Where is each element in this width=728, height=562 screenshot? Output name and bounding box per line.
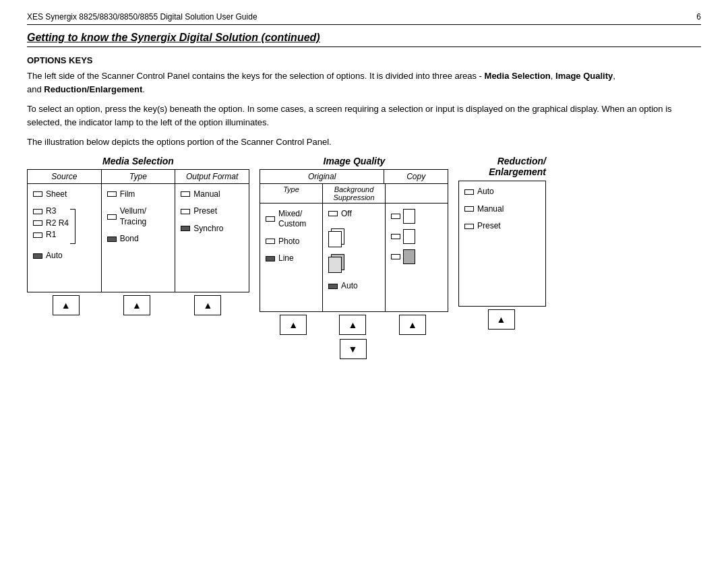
image-quality-section: Image Quality Original Copy Type Backgro… bbox=[260, 156, 448, 362]
line-indicator bbox=[266, 256, 275, 261]
para1-comma: , bbox=[551, 71, 555, 81]
iq-top-headers: Original Copy bbox=[260, 170, 448, 184]
ms-arrow-output-up[interactable]: ▲ bbox=[194, 295, 221, 315]
mixed-indicator bbox=[266, 216, 275, 222]
para1: The left side of the Scanner Control Pan… bbox=[27, 69, 701, 96]
re-preset-indicator bbox=[464, 224, 474, 229]
copy-doc-2 bbox=[403, 229, 415, 244]
doc-front-2 bbox=[328, 257, 342, 273]
photo-label: Photo bbox=[278, 237, 299, 247]
section-title: Getting to know the Synergix Digital Sol… bbox=[27, 32, 701, 47]
panel-illustration: Media Selection Source Type Output Forma… bbox=[27, 156, 701, 362]
type-bond: Bond bbox=[107, 234, 173, 245]
source-r1: R1 bbox=[33, 230, 69, 241]
vellum-indicator bbox=[107, 214, 117, 220]
r2-indicator bbox=[33, 220, 42, 226]
iq-sub-headers: Type BackgroundSuppression bbox=[260, 184, 448, 204]
type-photo: Photo bbox=[266, 237, 320, 247]
re-section: Reduction/ Enlargement Auto Manual Prese… bbox=[459, 156, 546, 333]
re-manual-indicator bbox=[464, 206, 474, 212]
iq-panel: Original Copy Type BackgroundSuppression… bbox=[260, 169, 448, 312]
iq-body: Mixed/Custom Photo Line Off bbox=[260, 204, 448, 311]
iq-arrow-type-up[interactable]: ▲ bbox=[280, 315, 307, 335]
sheet-label: Sheet bbox=[46, 189, 67, 200]
bond-label: Bond bbox=[120, 234, 139, 245]
film-label: Film bbox=[120, 189, 135, 200]
bond-indicator bbox=[107, 237, 117, 242]
photo-indicator bbox=[266, 239, 275, 244]
type-line: Line bbox=[266, 253, 320, 264]
ms-type-col: Film Vellum/Tracing Bond bbox=[102, 184, 176, 292]
re-auto-indicator bbox=[464, 189, 474, 195]
media-selection-label: Media Selection bbox=[27, 156, 249, 166]
iq-arrow-down[interactable]: ▼ bbox=[340, 339, 367, 359]
film-indicator bbox=[107, 191, 117, 197]
iq-copy-subheader bbox=[386, 184, 448, 203]
auto-indicator bbox=[33, 253, 42, 259]
para1-bold3: Reduction/Enlargement bbox=[44, 84, 142, 94]
re-panel: Auto Manual Preset bbox=[458, 181, 546, 307]
vellum-label: Vellum/Tracing bbox=[120, 206, 147, 227]
iq-arrows-bottom: ▼ bbox=[340, 338, 369, 362]
synchro-indicator bbox=[181, 226, 190, 231]
r2-r4-label: R2 R4 bbox=[46, 218, 69, 229]
re-label1: Reduction/ bbox=[497, 156, 546, 166]
bg-off-indicator bbox=[328, 211, 338, 216]
doc-stack-2 bbox=[328, 254, 347, 274]
header-title: XES Synergix 8825/8830/8850/8855 Digital… bbox=[27, 12, 257, 22]
iq-arrows-top: ▲ ▲ ▲ bbox=[260, 312, 448, 338]
source-r3: R3 bbox=[33, 206, 69, 217]
doc-front-1 bbox=[328, 231, 342, 247]
re-preset-label: Preset bbox=[477, 221, 501, 232]
r-items: R3 R2 R4 R1 bbox=[33, 206, 69, 241]
re-manual-label: Manual bbox=[477, 204, 504, 215]
type-vellum: Vellum/Tracing bbox=[107, 206, 173, 227]
re-arrows: ▲ bbox=[459, 307, 546, 332]
para2: To select an option, press the key(s) be… bbox=[27, 102, 701, 129]
copy-ind-3 bbox=[391, 254, 400, 259]
ms-arrow-type-up[interactable]: ▲ bbox=[123, 295, 150, 315]
doc-stacks bbox=[328, 228, 382, 274]
mixed-label: Mixed/Custom bbox=[278, 209, 306, 230]
ms-col-output: Output Format bbox=[175, 170, 249, 183]
re-label: Reduction/ Enlargement bbox=[459, 156, 546, 179]
output-synchro: Synchro bbox=[181, 224, 246, 235]
synchro-label: Synchro bbox=[193, 224, 223, 235]
re-auto: Auto bbox=[464, 187, 543, 197]
output-manual: Manual bbox=[181, 189, 246, 200]
bg-auto: Auto bbox=[328, 281, 382, 292]
ms-body: Sheet R3 R2 R4 bbox=[28, 184, 249, 292]
para1-bold1: Media Selection bbox=[485, 71, 551, 81]
iq-arrow-copy-up[interactable]: ▲ bbox=[399, 315, 426, 335]
copy-doc-3 bbox=[403, 249, 415, 264]
para1-text3: . bbox=[142, 84, 145, 94]
manual-indicator bbox=[181, 191, 190, 197]
re-manual: Manual bbox=[464, 204, 543, 215]
r-bracket-line bbox=[70, 209, 75, 244]
r3-label: R3 bbox=[46, 206, 56, 217]
ms-col-headers: Source Type Output Format bbox=[28, 170, 249, 184]
iq-copy-header: Copy bbox=[384, 170, 448, 183]
r3-indicator bbox=[33, 209, 42, 214]
re-arrow-up[interactable]: ▲ bbox=[488, 309, 515, 330]
para1-bold2: Image Quality bbox=[555, 71, 613, 81]
ms-col-source: Source bbox=[28, 170, 102, 183]
para3: The illustration below depicts the optio… bbox=[27, 135, 701, 149]
output-preset: Preset bbox=[181, 206, 246, 217]
bg-auto-indicator bbox=[328, 284, 338, 289]
ms-source-col: Sheet R3 R2 R4 bbox=[28, 184, 102, 292]
copy-item-1 bbox=[391, 209, 415, 224]
copy-doc-1 bbox=[403, 209, 415, 224]
image-quality-label: Image Quality bbox=[260, 156, 448, 166]
options-keys-heading: OPTIONS KEYS bbox=[27, 55, 701, 65]
source-r2-r4: R2 R4 bbox=[33, 218, 69, 229]
ms-output-col: Manual Preset Synchro bbox=[175, 184, 249, 292]
auto-label: Auto bbox=[46, 251, 63, 261]
page-header: XES Synergix 8825/8830/8850/8855 Digital… bbox=[27, 12, 701, 25]
bg-auto-label: Auto bbox=[341, 281, 358, 292]
ms-arrow-source-up[interactable]: ▲ bbox=[53, 295, 80, 315]
media-selection-section: Media Selection Source Type Output Forma… bbox=[27, 156, 249, 318]
sheet-indicator bbox=[33, 191, 42, 197]
header-page: 6 bbox=[696, 12, 701, 22]
iq-arrow-bg-up[interactable]: ▲ bbox=[339, 315, 366, 335]
